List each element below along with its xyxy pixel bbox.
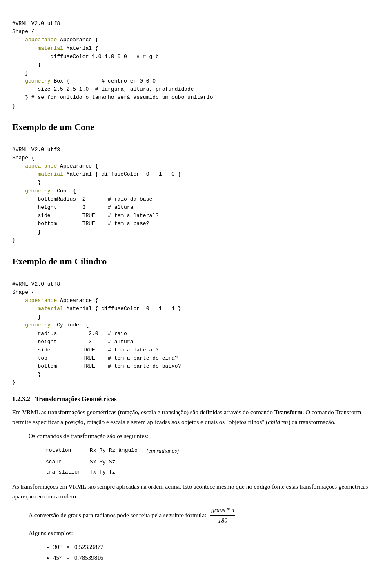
formula-numerator: graus * π: [210, 505, 235, 516]
code-block-cilindro: #VRML V2.0 utf8 Shape { appearance Appea…: [12, 272, 380, 387]
commands-table: rotation Rx Ry Rz ângulo (em radianos) s…: [45, 445, 188, 478]
para1-end2: ) da transformação.: [288, 419, 336, 425]
example-30-deg: 30°: [53, 544, 62, 550]
examples-list: 30° = 0,52359877 45° = 0,78539816: [53, 542, 380, 563]
command-translation: translation Tx Ty Tz: [46, 467, 187, 477]
formula-label: A conversão de graus para radianos pode …: [29, 511, 206, 520]
section-cilindro-title: Exemplo de um Cilindro: [12, 255, 380, 268]
formula-block: A conversão de graus para radianos pode …: [29, 505, 380, 525]
para1-bold: Transform: [274, 409, 303, 416]
subsection-number: 1.2.3.2: [12, 395, 30, 402]
formula-fraction: graus * π 180: [210, 505, 235, 525]
examples-label: Alguns exemplos:: [29, 528, 380, 538]
section-cone-title: Exemplo de um Cone: [12, 120, 380, 134]
subsection-heading: 1.2.3.2 Transformações Geométricas: [12, 394, 380, 404]
formula-denominator: 180: [217, 516, 228, 525]
example-45: 45° = 0,78539816: [53, 553, 380, 563]
code-block-1: #VRML V2.0 utf8 Shape { appearance Appea…: [12, 11, 380, 110]
code-line: #VRML V2.0 utf8 Shape { appearance Appea…: [12, 20, 213, 109]
para1-italic: children: [268, 419, 288, 425]
command-rotation: rotation Rx Ry Rz ângulo (em radianos): [46, 446, 187, 456]
para1-start: Em VRML as transformações geométricas (r…: [12, 409, 274, 416]
code-line: #VRML V2.0 utf8 Shape { appearance Appea…: [12, 281, 181, 386]
cmd-args-rotation: Rx Ry Rz ângulo: [90, 446, 146, 456]
example-30: 30° = 0,52359877: [53, 542, 380, 553]
code-block-cone: #VRML V2.0 utf8 Shape { appearance Appea…: [12, 138, 380, 245]
commands-intro: Os comandos de transformação são os segu…: [29, 431, 380, 441]
subsection-title: Transformações Geométricas: [35, 395, 117, 402]
cmd-name-translation: translation: [46, 467, 89, 477]
paragraph-2: As transformações em VRML são sempre apl…: [12, 482, 380, 501]
command-scale: scale Sx Sy Sz: [46, 457, 187, 467]
example-45-eq: =: [66, 554, 69, 561]
cmd-args-translation: Tx Ty Tz: [90, 467, 146, 477]
cmd-name-scale: scale: [46, 457, 89, 467]
cmd-name-rotation: rotation: [46, 446, 89, 456]
example-45-val: 0,78539816: [74, 554, 103, 561]
example-30-val: 0,52359877: [74, 544, 103, 550]
example-45-deg: 45°: [53, 554, 62, 561]
example-30-eq: =: [66, 544, 69, 550]
cmd-desc-rotation: (em radianos): [147, 446, 187, 456]
cmd-args-scale: Sx Sy Sz: [90, 457, 146, 467]
paragraph-1: Em VRML as transformações geométricas (r…: [12, 407, 380, 427]
code-line: #VRML V2.0 utf8 Shape { appearance Appea…: [12, 147, 181, 244]
